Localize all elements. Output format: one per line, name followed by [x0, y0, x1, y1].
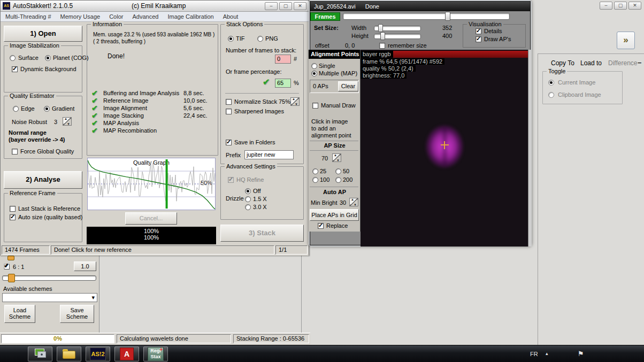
menu-multi-threading[interactable]: Multi-Threading #	[5, 13, 51, 20]
wavelet-slider-track[interactable]	[2, 275, 96, 281]
tif-radio[interactable]	[228, 36, 234, 42]
menu-image-calibration[interactable]: Image Calibration	[167, 13, 213, 20]
ap-size-50-radio[interactable]	[335, 168, 341, 174]
manual-draw-checkbox[interactable]	[312, 103, 318, 109]
dynamic-background-checkbox[interactable]	[12, 66, 18, 72]
taskbar-registax[interactable]: Regi Stax +	[143, 346, 168, 361]
draw-aps-label: Draw AP's	[484, 36, 511, 42]
main-close-button[interactable]: ✕	[294, 2, 306, 10]
wavelet-value-button[interactable]: 1.0	[74, 261, 96, 271]
clear-aps-button[interactable]: Clear	[338, 81, 358, 91]
frame-percentage-input[interactable]: 65	[275, 79, 291, 88]
min-bright-spinner[interactable]: ▲▼	[349, 198, 358, 206]
auto-size-checkbox[interactable]	[10, 214, 16, 220]
details-checkbox[interactable]	[476, 28, 481, 34]
quality-estimator-groupbox: Quality Estimator Edge Gradient Noise Ro…	[4, 96, 82, 159]
drizzle-15x-radio[interactable]	[245, 196, 251, 202]
analyse-button[interactable]: 2) Analyse	[4, 171, 82, 189]
wavelet-slider-handle[interactable]	[8, 274, 15, 282]
taskbar-photo-viewer[interactable]	[28, 346, 52, 361]
taskbar-explorer[interactable]	[57, 346, 81, 361]
ap-size-spinner[interactable]: ▲▼	[332, 153, 341, 162]
edge-radio[interactable]	[13, 106, 19, 112]
noise-robust-spinner[interactable]: ▲▼	[63, 117, 72, 126]
panel-minimize-icon[interactable]: –	[638, 58, 641, 66]
taskbar-adobe-reader[interactable]: A	[114, 346, 139, 361]
prefix-input[interactable]: jupiter new	[244, 150, 294, 159]
save-scheme-button[interactable]: Save Scheme	[60, 305, 94, 323]
bg-close-button[interactable]: ✕	[628, 2, 641, 10]
last-stack-reference-checkbox[interactable]	[10, 206, 16, 212]
drizzle-30x-radio[interactable]	[245, 204, 251, 210]
place-aps-button[interactable]: Place APs in Grid	[310, 209, 359, 221]
wavelet-slider-handle-top[interactable]	[7, 256, 14, 260]
ap-size-25-radio[interactable]	[312, 168, 318, 174]
image-display[interactable]: bayer rggb frame % 64,5 (951/1474) #592 …	[361, 50, 532, 247]
sharpened-images-checkbox[interactable]	[226, 109, 232, 114]
height-slider-handle[interactable]	[380, 32, 385, 40]
expand-panel-button[interactable]: »	[617, 32, 635, 49]
difference-menu[interactable]: Difference	[608, 59, 637, 67]
schemes-dropdown[interactable]: ▾	[2, 293, 97, 302]
frame-percentage-label: Or frame percentage:	[226, 68, 282, 75]
dropdown-arrow-icon[interactable]: ▾	[91, 294, 95, 301]
taskbar-autostakkert[interactable]: AS!2	[86, 346, 110, 361]
png-radio[interactable]	[257, 36, 263, 42]
ap-size-100-radio[interactable]	[312, 177, 318, 183]
surface-radio[interactable]	[10, 55, 16, 61]
normalize-spinner[interactable]: ▲▼	[290, 97, 300, 106]
done-label: Done!	[108, 52, 125, 60]
menu-about[interactable]: About	[223, 13, 239, 20]
load-scheme-button[interactable]: Load Scheme	[4, 305, 35, 323]
quality-info-overlay: quality % 50,2 (2,4)	[361, 65, 416, 72]
language-indicator[interactable]: FR	[530, 351, 538, 357]
single-ap-radio[interactable]	[311, 63, 317, 69]
load-to-menu[interactable]: Load to	[580, 59, 602, 67]
ap-size-200-radio[interactable]	[335, 177, 341, 183]
open-button[interactable]: 1) Open	[4, 26, 82, 42]
force-global-quality-checkbox[interactable]	[12, 149, 18, 155]
auto-ap-title: Auto AP	[309, 189, 361, 195]
adobe-reader-icon: A	[120, 348, 134, 360]
bg-maximize-button[interactable]: ▢	[614, 2, 627, 10]
hq-refine-checkbox[interactable]	[228, 177, 234, 183]
planet-cog-label: Planet (COG)	[53, 55, 89, 61]
multiple-map-radio[interactable]	[311, 71, 317, 76]
main-maximize-button[interactable]: ▢	[279, 2, 292, 10]
current-image-radio[interactable]	[548, 80, 554, 86]
main-titlebar[interactable]: AS AutoStakkert! 2.1.0.5 (c) Emil Kraaik…	[1, 1, 309, 12]
stack-button[interactable]: 3) Stack	[220, 225, 304, 242]
copy-to-menu[interactable]: Copy To	[551, 59, 574, 67]
frames-slider-handle[interactable]	[445, 12, 450, 21]
menu-color[interactable]: Color	[109, 13, 123, 20]
task-row: ✔ MAP Recombination	[91, 127, 214, 135]
bg-minimize-button[interactable]: –	[600, 2, 612, 10]
action-center-flag-icon[interactable]: ⚑	[578, 350, 584, 358]
remember-size-checkbox[interactable]	[379, 43, 385, 49]
main-window-title: AutoStakkert! 2.1.0.5	[13, 2, 73, 10]
main-minimize-button[interactable]: –	[265, 2, 278, 10]
save-in-folders-checkbox[interactable]	[226, 140, 232, 145]
taskbar: AS!2 A Regi Stax + FR ▴ ⚑ 18:17 08/03/20…	[0, 345, 644, 362]
menu-advanced[interactable]: Advanced	[132, 13, 158, 20]
hidden-icons-chevron[interactable]: ▴	[546, 351, 548, 356]
planet-cog-radio[interactable]	[45, 55, 51, 61]
normalize-stack-checkbox[interactable]	[226, 99, 232, 105]
reference-frame-label: Reference Frame	[8, 190, 57, 196]
menu-memory-usage[interactable]: Memory Usage	[60, 13, 101, 20]
draw-aps-checkbox[interactable]	[476, 36, 481, 42]
replace-checkbox[interactable]	[318, 223, 324, 229]
clipboard-image-radio[interactable]	[548, 92, 554, 98]
advanced-settings-groupbox: Advanced Settings HQ Refine Drizzle Off …	[220, 166, 304, 220]
frames-to-stack-input[interactable]: 0	[275, 55, 291, 64]
status-message-cell[interactable]: Done! Click for new reference	[51, 245, 274, 255]
gradient-label: Gradient	[52, 105, 74, 112]
drizzle-off-radio[interactable]	[245, 188, 251, 194]
autostakkert-window: AS AutoStakkert! 2.1.0.5 (c) Emil Kraaik…	[0, 0, 309, 256]
cancel-button[interactable]: Cancel...	[125, 212, 177, 225]
frames-slider-track[interactable]	[343, 13, 510, 20]
sharpened-images-label: Sharpened Images	[234, 108, 284, 114]
width-slider-handle[interactable]	[378, 24, 383, 32]
image-scrollbar[interactable]	[528, 50, 532, 247]
gradient-radio[interactable]	[44, 106, 50, 112]
